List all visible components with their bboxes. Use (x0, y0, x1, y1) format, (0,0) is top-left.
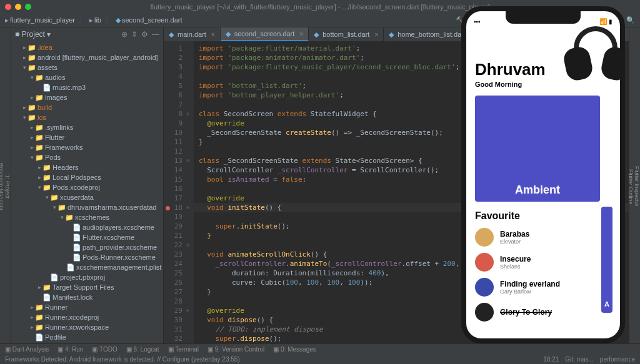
gear-icon[interactable]: ⚙ (141, 30, 148, 39)
minimize-window[interactable] (15, 4, 21, 10)
tree-item[interactable]: ▾📁assets (11, 62, 163, 72)
tree-item[interactable]: 📄Podfile.lock (11, 342, 163, 343)
tree-item[interactable]: ▸📁Local Podspecs (11, 172, 163, 182)
project-panel-title[interactable]: ■ Project ▾ (15, 30, 51, 39)
phone-notch (506, 11, 581, 24)
tool-window-tab[interactable]: ▣ 0: Messages (273, 346, 316, 353)
project-tree[interactable]: ▸📁.idea▸📁android [fluttery_music_player_… (11, 41, 163, 343)
tree-item[interactable]: 📄xcschememanagement.plist (11, 262, 163, 272)
tree-item[interactable]: ▸📁images (11, 92, 163, 102)
close-window[interactable] (5, 4, 11, 10)
gutter[interactable]: 1234567891011121314151617 18192021222324… (164, 41, 186, 343)
breadcrumb-file[interactable]: ◆second_screen.dart (116, 16, 182, 24)
tool-tab[interactable]: 1: Project (4, 175, 11, 199)
tree-item[interactable]: 📄Podfile (11, 332, 163, 342)
tool-window-tab[interactable]: ▣ TODO (92, 346, 117, 353)
avatar (475, 278, 494, 297)
tree-item[interactable]: ▾📁audios (11, 72, 163, 82)
tool-tab[interactable]: Flutter Inspector (634, 166, 640, 207)
editor-tab[interactable]: ◆bottom_list.dart× (309, 27, 384, 41)
status-item[interactable]: 18:21 (543, 356, 559, 363)
maximize-window[interactable] (25, 4, 31, 10)
tree-item[interactable]: ▸📁.idea (11, 42, 163, 52)
avatar (475, 228, 494, 247)
tree-item[interactable]: 📄music.mp3 (11, 82, 163, 92)
fold-strip[interactable]: ⊖⊖⊖⊖⊖⊖ (186, 41, 194, 343)
tree-item[interactable]: ▸📁Runner.xcodeproj (11, 312, 163, 322)
tool-window-tab[interactable]: ▣ Dart Analysis (5, 346, 49, 353)
tree-item[interactable]: ▸📁Target Support Files (11, 282, 163, 292)
right-tool-strip: Flutter InspectorFlutter OutlineGradleDe… (629, 27, 640, 343)
tree-item[interactable]: ▸📁Flutter (11, 132, 163, 142)
bottom-tool-panel: ▣ Dart Analysis▣ 4: Run▣ TODO▣ 6: Logcat… (0, 343, 640, 355)
favourite-item[interactable]: InsecureShelans (475, 253, 611, 272)
tree-item[interactable]: ▸📁Frameworks (11, 142, 163, 152)
tree-item[interactable]: ▾📁xcuserdata (11, 192, 163, 202)
tree-item[interactable]: ▾📁ios (11, 112, 163, 122)
favourite-title: Favourite (475, 210, 611, 222)
target-icon[interactable]: ⊕ (121, 30, 128, 39)
close-icon[interactable]: × (374, 31, 378, 38)
category-card[interactable]: Ambient (475, 96, 600, 202)
tree-item[interactable]: 📄Manifest.lock (11, 292, 163, 302)
window-title: fluttery_music_player [~/ui_with_flutter… (150, 3, 489, 11)
tree-item[interactable]: ▾📁xcschemes (11, 212, 163, 222)
editor-tab[interactable]: ◆second_screen.dart× (221, 27, 309, 41)
category-card-next[interactable]: A (601, 207, 612, 313)
status-item[interactable]: performance (600, 356, 635, 363)
tree-item[interactable]: 📄Pods-Runner.xcscheme (11, 252, 163, 262)
signal-icon: ▪▪▪ (474, 18, 481, 25)
close-icon[interactable]: × (299, 31, 303, 37)
close-icon[interactable]: × (211, 31, 215, 38)
breadcrumb-project[interactable]: ▸fluttery_music_player (5, 16, 75, 24)
status-message: Frameworks Detected: Android framework i… (5, 356, 240, 363)
tree-item[interactable]: 📄audioplayers.xcscheme (11, 222, 163, 232)
tree-item[interactable]: ▾📁Pods.xcodeproj (11, 182, 163, 192)
headphones-image (562, 22, 625, 91)
tree-item[interactable]: ▸📁Headers (11, 162, 163, 172)
tree-item[interactable]: ▸📁android [fluttery_music_player_android… (11, 52, 163, 62)
tree-item[interactable]: ▸📁build (11, 102, 163, 112)
search-icon[interactable]: 🔍 (626, 16, 635, 24)
tree-item[interactable]: ▸📁Runner.xcworkspace (11, 322, 163, 332)
tree-item[interactable]: 📄Flutter.xcscheme (11, 232, 163, 242)
left-tool-strip: 1: ProjectResource ManagerLayout Capture… (0, 27, 11, 343)
tool-window-tab[interactable]: ▣ Terminal (168, 346, 199, 353)
tree-item[interactable]: 📄path_provider.xcscheme (11, 242, 163, 252)
tree-item[interactable]: ▾📁Pods (11, 152, 163, 162)
avatar (475, 303, 494, 322)
collapse-icon[interactable]: ⇕ (131, 30, 138, 39)
project-panel: ■ Project ▾ ⊕ ⇕ ⚙ — ▸📁.idea▸📁android [fl… (11, 27, 164, 343)
favourite-item[interactable]: BarabasElevator (475, 228, 611, 247)
favourite-item[interactable]: Finding everlandGary Barlow (475, 278, 611, 297)
tree-item[interactable]: ▸📁.symlinks (11, 122, 163, 132)
editor-tab[interactable]: ◆main.dart× (164, 27, 221, 41)
avatar (475, 253, 494, 272)
tree-item[interactable]: 📄project.pbxproj (11, 272, 163, 282)
breadcrumb-folder[interactable]: ▸lib (89, 16, 101, 24)
tool-window-tab[interactable]: ▣ 9: Version Control (208, 346, 264, 353)
hide-icon[interactable]: — (152, 30, 159, 39)
tool-window-tab[interactable]: ▣ 6: Logcat (126, 346, 159, 353)
tree-item[interactable]: ▾📁dhruvamsharma.xcuserdatad (11, 202, 163, 212)
favourite-item[interactable]: Glory To Glory (475, 303, 611, 322)
tool-tab[interactable]: Resource Manager (0, 163, 4, 211)
tool-window-tab[interactable]: ▣ 4: Run (58, 346, 83, 353)
status-item[interactable]: Git: mas... (565, 356, 594, 363)
tree-item[interactable]: ▸📁Runner (11, 302, 163, 312)
device-preview: ▪▪▪ 📶 ▮ Dhruvam Good Morning Ambient A F… (461, 6, 625, 343)
status-bar: Frameworks Detected: Android framework i… (0, 355, 640, 364)
